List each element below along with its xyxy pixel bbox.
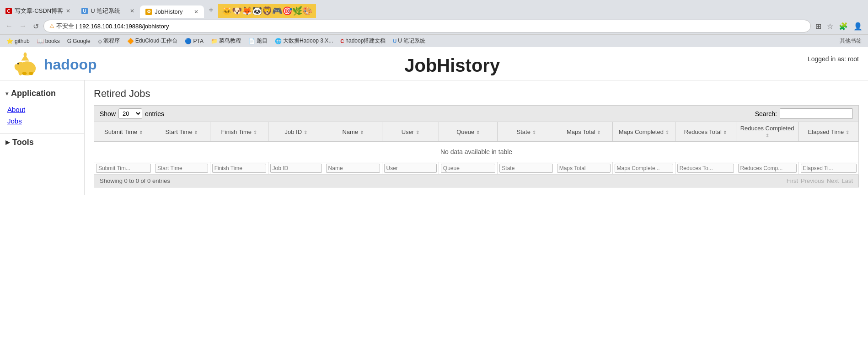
th-maps-completed[interactable]: Maps Completed ⇕ bbox=[612, 122, 675, 142]
filter-input-submit-time[interactable] bbox=[96, 164, 151, 173]
filter-reduces-total bbox=[675, 162, 736, 175]
bookmark-label-u-notes: U 笔记系统 bbox=[398, 37, 425, 45]
bookmark-runoob[interactable]: 📁 菜鸟教程 bbox=[208, 36, 244, 46]
pagination-last[interactable]: Last bbox=[841, 177, 853, 184]
filter-input-finish-time[interactable] bbox=[212, 164, 266, 173]
bookmark-pta[interactable]: 🔵 PTA bbox=[182, 37, 206, 45]
th-state[interactable]: State ⇕ bbox=[498, 122, 555, 142]
filter-input-user[interactable] bbox=[384, 164, 437, 173]
tab-animals-decor: 🐱🐶🦊🐼🦁🎮🎯🌿🎨 bbox=[218, 4, 316, 18]
bookmark-source[interactable]: ◇ 源程序 bbox=[95, 36, 123, 46]
tab-bar: C 写文章-CSDN博客 ✕ U U 笔记系统 ✕ ⚙ JobHistory ✕… bbox=[0, 0, 868, 18]
th-queue[interactable]: Queue ⇕ bbox=[439, 122, 497, 142]
svg-point-3 bbox=[29, 72, 33, 75]
pta-icon: 🔵 bbox=[185, 38, 192, 44]
pagination-previous[interactable]: Previous bbox=[801, 177, 824, 184]
showing-text: Showing 0 to 0 of 0 entries bbox=[100, 177, 170, 184]
tab-favicon-csdn: C bbox=[5, 8, 12, 14]
filter-input-maps-total[interactable] bbox=[557, 164, 611, 173]
tab-csdn[interactable]: C 写文章-CSDN博客 ✕ bbox=[0, 4, 76, 18]
tab-close-csdn[interactable]: ✕ bbox=[66, 8, 70, 14]
filter-input-queue[interactable] bbox=[441, 164, 495, 173]
bookmark-questions[interactable]: 📄 题目 bbox=[246, 36, 270, 46]
security-icon: ⚠ bbox=[49, 23, 54, 29]
bookmark-educloud[interactable]: 🔶 EduCloud-工作台 bbox=[124, 36, 181, 46]
pagination-next[interactable]: Next bbox=[827, 177, 839, 184]
filter-input-maps-completed[interactable] bbox=[615, 164, 673, 173]
sidebar: ▾ Application About Jobs ▸ Tools bbox=[0, 80, 85, 195]
th-finish-time[interactable]: Finish Time ⇕ bbox=[210, 122, 268, 142]
forward-button[interactable]: → bbox=[17, 21, 28, 31]
filter-input-job-id[interactable] bbox=[270, 164, 322, 173]
bookmark-google[interactable]: G Google bbox=[64, 37, 93, 45]
bookmark-hadoop-docs[interactable]: C hadoop搭建文档 bbox=[338, 36, 388, 46]
bookmark-label-hadoop-docs: hadoop搭建文档 bbox=[345, 37, 386, 45]
svg-point-9 bbox=[24, 52, 27, 57]
extensions-icon[interactable]: 🧩 bbox=[837, 21, 850, 32]
search-label: Search: bbox=[755, 110, 777, 118]
bookmark-books[interactable]: 📖 books bbox=[34, 37, 63, 45]
filter-input-reduces-total[interactable] bbox=[677, 164, 734, 173]
main-content: Retired Jobs Show 10 20 50 100 entries S… bbox=[85, 80, 868, 195]
th-user[interactable]: User ⇕ bbox=[382, 122, 439, 142]
th-reduces-completed[interactable]: Reduces Completed ⇕ bbox=[736, 122, 798, 142]
tab-u[interactable]: U U 笔记系统 ✕ bbox=[76, 4, 140, 18]
tab-close-u[interactable]: ✕ bbox=[130, 8, 134, 14]
reload-button[interactable]: ↺ bbox=[31, 21, 41, 32]
tab-favicon-u: U bbox=[81, 8, 88, 14]
hadoop-logo-text: hadoop bbox=[44, 56, 97, 73]
tab-jobhistory[interactable]: ⚙ JobHistory ✕ bbox=[140, 5, 204, 18]
star-icon[interactable]: ☆ bbox=[825, 21, 835, 32]
tab-close-jh[interactable]: ✕ bbox=[194, 9, 198, 15]
sidebar-application-header[interactable]: ▾ Application bbox=[0, 85, 84, 102]
bookmark-github[interactable]: ⭐ github bbox=[4, 37, 32, 45]
account-icon[interactable]: 👤 bbox=[852, 21, 864, 32]
filter-input-reduces-completed[interactable] bbox=[738, 164, 797, 173]
bookmark-hadoop[interactable]: 🌐 大数据Hadoop 3.X... bbox=[272, 36, 336, 46]
section-title: Retired Jobs bbox=[94, 88, 859, 100]
th-submit-time[interactable]: Submit Time ⇕ bbox=[94, 122, 153, 142]
th-reduces-total[interactable]: Reduces Total ⇕ bbox=[675, 122, 736, 142]
th-elapsed-time[interactable]: Elapsed Time ⇕ bbox=[798, 122, 858, 142]
bookmark-more-label: 其他书签 bbox=[840, 37, 862, 45]
filter-elapsed-time bbox=[798, 162, 858, 175]
bookmark-u-notes[interactable]: U U 笔记系统 bbox=[390, 36, 428, 46]
pagination: First Previous Next Last bbox=[787, 177, 853, 184]
th-job-id[interactable]: Job ID ⇕ bbox=[268, 122, 324, 142]
th-start-time[interactable]: Start Time ⇕ bbox=[153, 122, 210, 142]
questions-icon: 📄 bbox=[248, 38, 255, 44]
bookmark-label-hadoop: 大数据Hadoop 3.X... bbox=[283, 37, 333, 45]
filter-input-state[interactable] bbox=[499, 164, 552, 173]
filter-finish-time bbox=[210, 162, 268, 175]
entries-select[interactable]: 10 20 50 100 bbox=[118, 108, 142, 119]
pagination-first[interactable]: First bbox=[787, 177, 798, 184]
search-input[interactable] bbox=[780, 108, 853, 119]
th-maps-total[interactable]: Maps Total ⇕ bbox=[555, 122, 612, 142]
new-tab-button[interactable]: + bbox=[204, 3, 218, 18]
filter-submit-time bbox=[94, 162, 153, 175]
bookmark-label-runoob: 菜鸟教程 bbox=[219, 37, 241, 45]
sidebar-tools-section[interactable]: ▸ Tools bbox=[0, 133, 84, 151]
bookmark-more[interactable]: 其他书签 bbox=[837, 36, 864, 46]
th-name[interactable]: Name ⇕ bbox=[324, 122, 382, 142]
address-bar[interactable]: ⚠ 不安全 | 192.168.100.104:19888/jobhistory bbox=[43, 20, 811, 32]
sidebar-link-about[interactable]: About bbox=[7, 104, 77, 115]
bookmark-label-source: 源程序 bbox=[103, 37, 120, 45]
filter-input-start-time[interactable] bbox=[155, 164, 208, 173]
filter-input-name[interactable] bbox=[326, 164, 380, 173]
translate-icon[interactable]: ⊞ bbox=[814, 21, 823, 32]
hadoop-logo: hadoop bbox=[9, 51, 97, 78]
filter-maps-total bbox=[555, 162, 612, 175]
svg-point-2 bbox=[18, 69, 22, 75]
tab-label-u: U 笔记系统 bbox=[91, 7, 120, 15]
search-area: Search: bbox=[755, 108, 853, 119]
filter-input-elapsed-time[interactable] bbox=[801, 164, 857, 173]
books-icon: 📖 bbox=[37, 38, 44, 44]
filter-job-id bbox=[268, 162, 324, 175]
sidebar-application-section: ▾ Application About Jobs bbox=[0, 85, 84, 128]
toolbar-icons: ⊞ ☆ 🧩 👤 bbox=[814, 21, 864, 32]
table-filter-row bbox=[94, 162, 859, 175]
back-button[interactable]: ← bbox=[4, 21, 15, 31]
sidebar-link-jobs[interactable]: Jobs bbox=[7, 115, 77, 127]
no-data-message: No data available in table bbox=[94, 142, 859, 162]
